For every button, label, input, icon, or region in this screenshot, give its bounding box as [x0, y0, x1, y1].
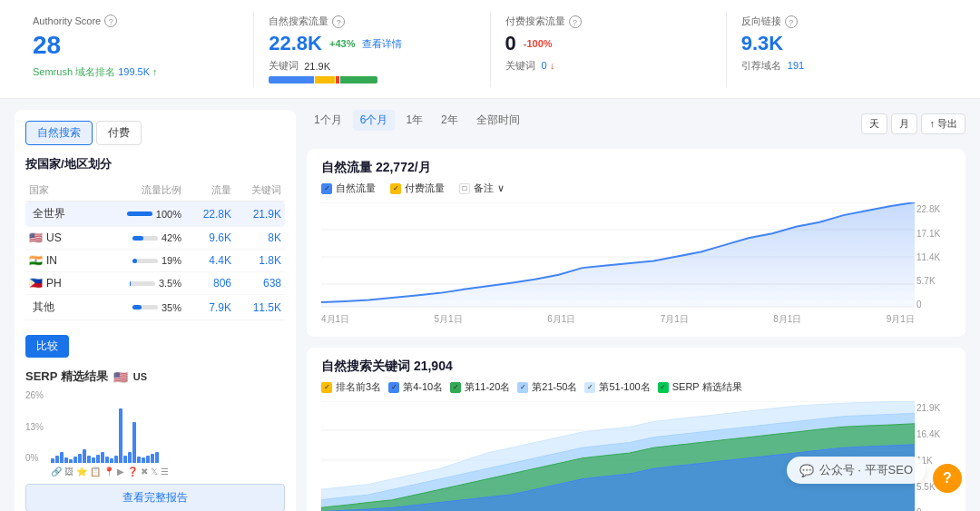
traffic-x-labels: 4月1日5月1日6月1日7月1日8月1日9月1日 [321, 313, 915, 326]
keywords-chart-card: 自然搜索关键词 21,904 ✓排名前3名✓第4-10名✓第11-20名✓第21… [307, 348, 965, 511]
compare-button[interactable]: 比较 [25, 335, 69, 358]
serp-bar-item [142, 457, 145, 463]
serp-bar-item [92, 457, 95, 463]
serp-icon-list: 📋 [90, 467, 101, 477]
legend-label: 备注 [474, 182, 494, 195]
serp-icon-vid: ▶ [117, 467, 124, 477]
serp-bar-item [74, 457, 77, 463]
legend-label: 第51-100名 [599, 380, 650, 394]
x-label: 7月1日 [661, 313, 689, 326]
paid-traffic-value: 0 [505, 32, 516, 55]
tab-paid[interactable]: 付费 [96, 121, 142, 145]
td-ratio: 42% [118, 232, 181, 243]
progress-bar-fill [132, 236, 143, 241]
authority-score-metric: Authority Score ? 28 Semrush 域名排名 199.5K… [18, 11, 254, 87]
country-name: PH [46, 277, 62, 290]
legend-item: ✓排名前3名 [321, 380, 381, 394]
td-ratio: 100% [118, 209, 181, 220]
organic-traffic-label: 自然搜索流量 ? [269, 15, 475, 28]
month-btn[interactable]: 月 [891, 113, 917, 134]
country-name: IN [46, 254, 57, 267]
td-traffic: 4.4K [181, 254, 231, 267]
legend-label: 第21-50名 [532, 380, 577, 394]
legend-check: ✓ [390, 183, 401, 194]
td-country: 其他 [29, 300, 118, 315]
day-btn[interactable]: 天 [861, 113, 887, 134]
td-kw: 8K [231, 231, 281, 244]
x-label: 9月1日 [887, 313, 915, 326]
country-table-row: 🇵🇭 PH 3.5% 806 638 [25, 272, 285, 295]
x-label: 6月1日 [547, 313, 575, 326]
serp-icon-link: 🔗 [51, 467, 62, 477]
serp-bar-item [123, 456, 127, 463]
backlinks-value: 9.3K [741, 32, 947, 55]
country-name: 全世界 [33, 206, 65, 221]
ratio-text: 3.5% [159, 278, 181, 289]
left-panel: 自然搜索 付费 按国家/地区划分 国家 流量比例 流量 关键词 全世界 100%… [15, 110, 296, 511]
help-button[interactable]: ? [933, 464, 962, 493]
country-flag: 🇺🇸 [29, 231, 43, 244]
legend-item: ✓自然流量 [321, 182, 376, 195]
ratio-text: 19% [162, 255, 181, 266]
time-filter-btn[interactable]: 全部时间 [469, 110, 527, 131]
legend-label: 排名前3名 [336, 380, 381, 394]
export-btn[interactable]: ↑ 导出 [921, 113, 965, 134]
country-table-row: 🇮🇳 IN 19% 4.4K 1.8K [25, 250, 285, 272]
tab-organic[interactable]: 自然搜索 [25, 121, 93, 145]
traffic-chart-svg [321, 202, 915, 311]
td-kw: 11.5K [231, 301, 281, 314]
ratio-text: 42% [162, 232, 181, 243]
keywords-chart-title: 自然搜索关键词 21,904 [321, 359, 951, 375]
progress-bar-wrap [130, 281, 155, 286]
td-country: 🇺🇸 US [29, 231, 118, 244]
paid-traffic-info-icon[interactable]: ? [569, 15, 582, 28]
serp-bar-item [64, 457, 68, 463]
legend-label: 付费流量 [405, 182, 445, 195]
td-kw: 1.8K [231, 254, 281, 267]
time-filter-btn[interactable]: 2年 [434, 110, 466, 131]
serp-bar-item [137, 457, 141, 463]
backlinks-info-icon[interactable]: ? [785, 15, 798, 28]
ratio-text: 100% [156, 209, 181, 220]
serp-bar-item [146, 456, 150, 463]
organic-traffic-info-icon[interactable]: ? [332, 15, 345, 28]
authority-score-value: 28 [33, 31, 239, 60]
serp-icon-tw: 𝕏 [151, 467, 158, 477]
x-label: 5月1日 [435, 313, 463, 326]
country-table-row: 🇺🇸 US 42% 9.6K 8K [25, 227, 285, 250]
serp-title: SERP 精选结果 🇺🇸 US [25, 369, 285, 385]
serp-bar-item [60, 452, 64, 463]
serp-icon-q: ❓ [127, 467, 138, 477]
time-filter-btn[interactable]: 1年 [398, 110, 430, 131]
country-table-body: 全世界 100% 22.8K 21.9K 🇺🇸 US 42% 9.6K 8K 🇮… [25, 201, 285, 320]
progress-bar-fill [132, 305, 142, 310]
td-kw: 21.9K [231, 208, 281, 221]
serp-icon-star: ⭐ [76, 467, 87, 477]
time-filter-btn[interactable]: 1个月 [307, 110, 349, 131]
authority-score-label: Authority Score ? [33, 15, 239, 27]
legend-check: ✓ [321, 382, 332, 393]
country-name: US [46, 231, 62, 244]
organic-traffic-value: 22.8K [269, 32, 322, 55]
watermark-icon: 💬 [799, 464, 814, 477]
serp-icon-img: 🖼 [64, 467, 74, 477]
serp-bar-item [69, 459, 73, 463]
serp-bar-item [105, 457, 109, 463]
serp-bar-item [83, 449, 86, 463]
legend-check: ✓ [321, 183, 332, 194]
keywords-legend: ✓排名前3名✓第4-10名✓第11-20名✓第21-50名✓第51-100名✓S… [321, 380, 951, 394]
td-traffic: 9.6K [181, 231, 231, 244]
progress-bar-fill [127, 211, 152, 216]
organic-traffic-link[interactable]: 查看详情 [362, 37, 402, 51]
traffic-legend: ✓自然流量✓付费流量□备注∨ [321, 182, 951, 195]
legend-check: □ [459, 183, 470, 194]
country-name: 其他 [33, 300, 54, 315]
authority-score-info-icon[interactable]: ? [104, 15, 117, 27]
serp-bar-item [119, 408, 122, 463]
serp-bar-item [55, 456, 59, 463]
serp-bar-item [78, 454, 82, 463]
time-filter-btn[interactable]: 6个月 [353, 110, 396, 131]
full-report-button[interactable]: 查看完整报告 [25, 484, 285, 511]
legend-check: ✓ [388, 382, 399, 393]
backlinks-metric: 反向链接 ? 9.3K 引荐域名 191 [727, 11, 962, 87]
